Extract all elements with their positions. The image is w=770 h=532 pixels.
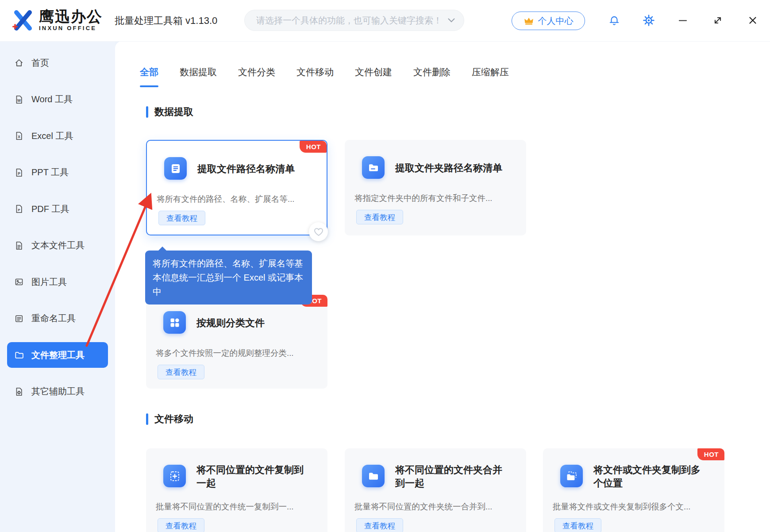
card-title: 将不同位置的文件夹合并到一起 <box>395 463 510 490</box>
category-tabs: 全部 数据提取 文件分类 文件移动 文件创建 文件删除 压缩解压 <box>140 61 509 87</box>
card-classify-files-by-rule[interactable]: HOT 按规则分类文件 将多个文件按照一定的规则整理分类... 查看教程 <box>146 295 327 389</box>
card-title: 提取文件夹路径名称清单 <box>395 162 502 175</box>
sidebar-item-label: 其它辅助工具 <box>31 386 85 397</box>
chevron-down-icon <box>448 18 455 23</box>
logo-text: 鹰迅办公 INXUN OFFICE <box>39 8 103 32</box>
tab-file-create[interactable]: 文件创建 <box>355 61 392 87</box>
text-file-icon <box>14 241 24 251</box>
hot-badge: HOT <box>697 448 724 460</box>
sidebar-item-label: 重命名工具 <box>31 312 76 324</box>
sidebar-item-label: Excel 工具 <box>31 130 73 142</box>
section-header-data-extract: 数据提取 <box>146 106 193 118</box>
card-title: 提取文件路径名称清单 <box>197 162 295 176</box>
card-desc: 将多个文件按照一定的规则整理分类... <box>156 347 319 359</box>
sidebar-item-label: 首页 <box>31 57 49 69</box>
card-merge-folders-together[interactable]: 将不同位置的文件夹合并到一起 批量将不同位置的文件夹统一合并到... 查看教程 <box>345 448 526 532</box>
card-tooltip: 将所有文件的路径、名称、扩展名等基本信息统一汇总到一个 Excel 或记事本中 <box>145 251 312 305</box>
sidebar-item-pdf-tools[interactable]: P PDF 工具 <box>7 196 108 222</box>
resize-icon <box>713 15 723 25</box>
sidebar-item-image-tools[interactable]: 图片工具 <box>7 269 108 295</box>
sidebar-item-other-tools[interactable]: 其它辅助工具 <box>7 379 108 405</box>
section-title: 数据提取 <box>154 105 193 119</box>
sidebar: 首页 W Word 工具 X Excel 工具 P PPT 工具 P PDF 工… <box>0 41 115 532</box>
sidebar-item-label: 文件整理工具 <box>31 349 85 361</box>
card-title: 将不同位置的文件复制到一起 <box>196 463 312 490</box>
view-tutorial-button[interactable]: 查看教程 <box>158 518 204 532</box>
card-extract-file-path-list[interactable]: HOT 提取文件路径名称清单 将所有文件的路径、名称、扩展名等... 查看教程 <box>146 140 327 235</box>
titlebar: 鹰迅办公 INXUN OFFICE 批量处理工具箱 v1.13.0 个人中心 <box>0 0 770 42</box>
resize-button[interactable] <box>711 13 725 27</box>
personal-center-label: 个人中心 <box>538 15 574 27</box>
excel-doc-icon: X <box>14 131 24 141</box>
sidebar-item-home[interactable]: 首页 <box>7 50 108 76</box>
view-tutorial-button[interactable]: 查看教程 <box>158 211 205 225</box>
sidebar-item-text-file-tools[interactable]: 文本文件工具 <box>7 233 108 258</box>
sidebar-item-label: PPT 工具 <box>31 166 69 178</box>
card-desc: 将指定文件夹中的所有文件和子文件... <box>354 193 517 204</box>
sidebar-item-file-organize-tools[interactable]: 文件整理工具 <box>7 342 108 368</box>
card-desc: 批量将文件或文件夹复制到很多个文... <box>553 501 716 512</box>
gear-icon <box>643 14 655 27</box>
app-window: 鹰迅办公 INXUN OFFICE 批量处理工具箱 v1.13.0 个人中心 <box>0 0 770 532</box>
view-tutorial-button[interactable]: 查看教程 <box>554 518 601 532</box>
card-copy-files-together[interactable]: 将不同位置的文件复制到一起 批量将不同位置的文件统一复制到一... 查看教程 <box>146 448 327 532</box>
svg-text:P: P <box>18 208 20 212</box>
search-input[interactable] <box>255 15 448 26</box>
heart-icon <box>313 227 324 237</box>
sidebar-item-ppt-tools[interactable]: P PPT 工具 <box>7 160 108 185</box>
function-search-select[interactable] <box>244 10 464 31</box>
folder-solid-icon <box>362 465 385 487</box>
section-accent-bar <box>146 106 148 118</box>
svg-text:W: W <box>17 98 21 102</box>
folder-list-icon <box>362 156 385 179</box>
classify-grid-icon <box>163 311 186 334</box>
sidebar-item-label: 图片工具 <box>31 276 67 288</box>
doc-plus-icon <box>163 465 186 487</box>
pdf-doc-icon: P <box>14 204 24 214</box>
close-icon <box>748 16 757 25</box>
folders-copy-icon <box>560 465 583 487</box>
folder-icon <box>14 350 24 360</box>
hot-badge: HOT <box>300 141 327 153</box>
svg-text:P: P <box>18 171 20 175</box>
file-list-icon <box>164 157 187 180</box>
crown-icon <box>524 17 534 25</box>
tab-all[interactable]: 全部 <box>140 61 158 87</box>
helper-tools-icon <box>14 387 24 397</box>
sidebar-item-rename-tools[interactable]: 重命名工具 <box>7 306 108 332</box>
section-title: 文件移动 <box>154 412 193 426</box>
card-extract-folder-path-list[interactable]: 提取文件夹路径名称清单 将指定文件夹中的所有文件和子文件... 查看教程 <box>345 140 526 235</box>
notifications-button[interactable] <box>607 13 621 27</box>
sidebar-item-word-tools[interactable]: W Word 工具 <box>7 87 108 112</box>
view-tutorial-button[interactable]: 查看教程 <box>158 365 204 379</box>
close-button[interactable] <box>746 13 760 27</box>
logo-icon <box>11 8 34 31</box>
sidebar-item-label: Word 工具 <box>31 93 73 105</box>
tab-file-classify[interactable]: 文件分类 <box>238 61 275 87</box>
app-title: 批量处理工具箱 v1.13.0 <box>115 0 217 41</box>
card-copy-to-multiple-locations[interactable]: HOT 将文件或文件夹复制到多个位置 批量将文件或文件夹复制到很多个文... 查… <box>543 448 724 532</box>
tab-compress[interactable]: 压缩解压 <box>472 61 509 87</box>
tab-data-extract[interactable]: 数据提取 <box>180 61 217 87</box>
main-panel: 全部 数据提取 文件分类 文件移动 文件创建 文件删除 压缩解压 数据提取 HO… <box>115 41 770 532</box>
app-logo: 鹰迅办公 INXUN OFFICE <box>11 8 103 32</box>
personal-center-button[interactable]: 个人中心 <box>512 12 585 30</box>
sidebar-item-label: PDF 工具 <box>31 203 69 215</box>
sidebar-item-label: 文本文件工具 <box>31 239 85 251</box>
home-icon <box>14 58 24 68</box>
card-title: 按规则分类文件 <box>196 316 265 330</box>
brand-subtitle: INXUN OFFICE <box>39 25 103 32</box>
settings-button[interactable] <box>642 13 656 27</box>
card-desc: 批量将不同位置的文件统一复制到一... <box>156 501 319 512</box>
view-tutorial-button[interactable]: 查看教程 <box>356 210 403 224</box>
tab-file-delete[interactable]: 文件删除 <box>413 61 450 87</box>
bell-icon <box>608 15 620 27</box>
word-doc-icon: W <box>14 95 24 104</box>
view-tutorial-button[interactable]: 查看教程 <box>356 518 403 532</box>
minimize-button[interactable] <box>676 13 690 27</box>
image-icon <box>14 277 24 287</box>
favorite-button[interactable] <box>309 222 328 241</box>
rename-icon <box>14 314 24 324</box>
tab-file-move[interactable]: 文件移动 <box>296 61 334 87</box>
sidebar-item-excel-tools[interactable]: X Excel 工具 <box>7 123 108 149</box>
